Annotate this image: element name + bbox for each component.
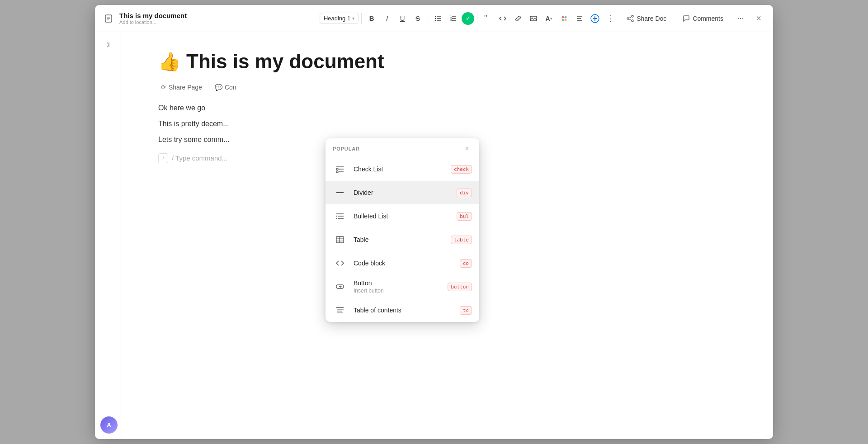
doc-subtitle: Add to location...	[119, 19, 187, 25]
checklist-shortcut: check	[451, 165, 472, 174]
button-sublabel: Insert button	[354, 288, 441, 294]
toc-icon	[333, 303, 347, 317]
link-button[interactable]	[511, 11, 525, 26]
popup-section-label: POPULAR	[333, 146, 360, 151]
comments-icon	[683, 15, 690, 22]
command-popup: POPULAR ×	[326, 138, 479, 322]
strikethrough-button[interactable]: S	[410, 11, 425, 26]
svg-point-30	[632, 20, 633, 22]
quote-button[interactable]: "	[480, 11, 495, 26]
more-menu-button[interactable]: ···	[733, 11, 748, 26]
svg-point-22	[565, 19, 567, 21]
numbered-list-button[interactable]: 1. 2. 3.	[446, 11, 461, 26]
code-button[interactable]	[495, 11, 510, 26]
table-icon	[333, 232, 347, 247]
popup-item-toc[interactable]: Table of contents tc	[326, 298, 479, 322]
svg-line-32	[629, 17, 632, 18]
popup-item-code[interactable]: Code block co	[326, 251, 479, 275]
toc-shortcut: tc	[460, 306, 472, 315]
comments-label: Comments	[693, 15, 723, 22]
popup-item-checklist-text: Check List	[354, 165, 444, 173]
table-shortcut: table	[451, 236, 472, 244]
con-button[interactable]: 💬 Con	[212, 82, 239, 93]
share-page-button[interactable]: ⟳ Share Page	[158, 82, 205, 93]
popup-item-bulleted[interactable]: Bulleted List bul	[326, 204, 479, 228]
paragraph-2: This is pretty decem...	[158, 118, 737, 130]
bulleted-list-icon	[333, 209, 347, 223]
sidebar-expand-icon[interactable]	[101, 38, 116, 52]
inline-toolbar: ⟳ Share Page 💬 Con	[158, 82, 737, 93]
share-doc-label: Share Doc	[637, 15, 666, 22]
toolbar-divider-2	[428, 13, 428, 24]
svg-point-42	[336, 216, 337, 217]
share-doc-button[interactable]: Share Doc	[620, 12, 673, 25]
button-label: Button	[354, 279, 441, 287]
toolbar-center: Heading 1 ▾ B I U S	[320, 11, 618, 26]
popup-close-button[interactable]: ×	[462, 144, 472, 154]
bold-button[interactable]: B	[364, 11, 379, 26]
share-icon	[627, 15, 634, 22]
popup-item-button[interactable]: Button Insert button button	[326, 275, 479, 298]
divider-label: Divider	[354, 189, 450, 197]
table-label: Table	[354, 236, 444, 244]
comment-inline-icon: 💬	[215, 84, 222, 91]
popup-item-button-text: Button Insert button	[354, 279, 441, 294]
toolbar-right: Share Doc Comments ··· ×	[620, 11, 766, 26]
popup-item-divider-text: Divider	[354, 189, 450, 197]
chevron-down-icon: ▾	[352, 16, 354, 21]
checklist-label: Check List	[354, 165, 444, 173]
popup-item-checklist[interactable]: Check List check	[326, 157, 479, 181]
svg-point-8	[435, 19, 436, 20]
popup-item-table[interactable]: Table table	[326, 228, 479, 251]
toolbar-divider-3	[477, 13, 477, 24]
close-icon: ×	[756, 13, 761, 24]
align-button[interactable]	[572, 11, 587, 26]
underline-button[interactable]: U	[395, 11, 410, 26]
text-color-button[interactable]: A ▾	[542, 11, 556, 26]
comments-button[interactable]: Comments	[676, 12, 730, 25]
toolbar: This is my document Add to location... H…	[95, 5, 773, 32]
code-shortcut: co	[460, 259, 472, 268]
code-block-icon	[333, 256, 347, 270]
doc-heading: 👍 This is my document	[158, 50, 737, 73]
svg-line-33	[629, 19, 632, 20]
emoji-button[interactable]	[557, 11, 571, 26]
popup-item-bulleted-text: Bulleted List	[354, 213, 450, 220]
command-placeholder: / Type command...	[172, 154, 227, 162]
heading-select[interactable]: Heading 1 ▾	[320, 13, 359, 24]
more-dots-icon: ···	[737, 14, 744, 23]
popup-item-divider[interactable]: Divider div	[326, 181, 479, 204]
heading-text: This is my document	[186, 50, 384, 73]
doc-window: This is my document Add to location... H…	[95, 5, 773, 439]
doc-title-group: This is my document Add to location...	[119, 12, 187, 25]
doc-body: 👍 This is my document ⟳ Share Page 💬 Con…	[95, 32, 773, 439]
media-button[interactable]	[526, 11, 541, 26]
svg-text:": "	[484, 15, 487, 22]
add-button[interactable]	[588, 11, 602, 26]
popup-item-toc-text: Table of contents	[354, 307, 453, 314]
italic-button[interactable]: I	[380, 11, 394, 26]
slash-command-icon: /	[158, 153, 168, 163]
share-page-icon: ⟳	[161, 84, 166, 91]
more-options-button[interactable]: ⋮	[603, 11, 618, 26]
popup-item-table-text: Table	[354, 236, 444, 244]
bulleted-list-button[interactable]	[431, 11, 445, 26]
user-avatar[interactable]: A	[100, 416, 118, 434]
close-button[interactable]: ×	[751, 11, 766, 26]
bulleted-label: Bulleted List	[354, 213, 450, 220]
svg-point-21	[562, 19, 564, 21]
doc-icon	[102, 12, 115, 25]
svg-point-19	[562, 16, 564, 18]
doc-title: This is my document	[119, 12, 187, 19]
svg-point-44	[336, 218, 337, 219]
paragraph-1: Ok here we go	[158, 102, 737, 114]
svg-rect-36	[336, 168, 338, 170]
popup-header: POPULAR ×	[326, 138, 479, 157]
heading-select-label: Heading 1	[324, 15, 350, 22]
button-shortcut: button	[448, 283, 472, 291]
svg-point-6	[435, 18, 436, 19]
editor-area[interactable]: 👍 This is my document ⟳ Share Page 💬 Con…	[122, 32, 773, 439]
svg-point-4	[435, 16, 436, 17]
share-page-label: Share Page	[169, 84, 202, 91]
check-button[interactable]: ✓	[462, 12, 474, 25]
